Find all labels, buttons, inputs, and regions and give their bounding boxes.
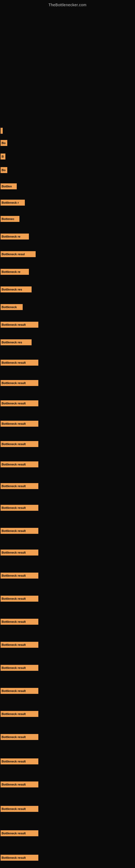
result-bar: Bottleneck result [1,421,38,427]
result-bar: Bo [1,140,7,146]
result-bar: Bottleneck res [1,286,32,292]
result-bar: Bottleneck [1,304,23,310]
result-bar: Bottleneck result [1,665,38,671]
result-bar: Bottleneck result [1,619,38,625]
result-bar: Bottleneck result [1,572,38,579]
result-bar: Bottenec [1,216,19,222]
result-bar: Bo [1,167,7,173]
result-bar: Bottleneck res [1,339,32,345]
result-bar: Bottleneck result [1,322,38,328]
result-bar: Bottleneck result [1,734,38,740]
result-bar: Bottleneck result [1,855,38,861]
result-bar: Bottleneck result [1,550,38,556]
result-bar: Bottleneck re [1,269,29,275]
result-bar: Bottleneck result [1,400,38,406]
result-bar: Bottlen [1,183,17,189]
result-bar: Bottleneck result [1,596,38,601]
result-bar [1,128,3,134]
result-bar: Bottleneck r [1,199,25,206]
result-bar: Bottleneck result [1,830,38,836]
result-bar: Bottleneck re [1,234,29,240]
result-bar: Bottleneck result [1,806,38,812]
site-title: TheBottlenecker.com [0,0,135,9]
result-bar: B [1,154,5,159]
result-bar: Bottleneck result [1,441,38,447]
result-bar: Bottleneck result [1,711,38,717]
result-bar: Bottleneck result [1,642,38,648]
result-bar: Bottleneck result [1,781,38,787]
result-bar: Bottleneck resul [1,251,36,257]
result-bar: Bottleneck result [1,483,38,489]
result-bar: Bottleneck result [1,528,38,534]
result-bar: Bottleneck result [1,505,38,511]
result-bar: Bottleneck result [1,688,38,694]
result-bar: Bottleneck result [1,380,38,386]
site-title-container: TheBottlenecker.com [0,0,135,9]
result-bar: Bottleneck result [1,360,38,366]
result-bar: Bottleneck result [1,758,38,764]
main-content: BoBBoBottlenBottleneck rBottenecBottlene… [0,9,135,866]
result-bar: Bottleneck result [1,461,38,467]
